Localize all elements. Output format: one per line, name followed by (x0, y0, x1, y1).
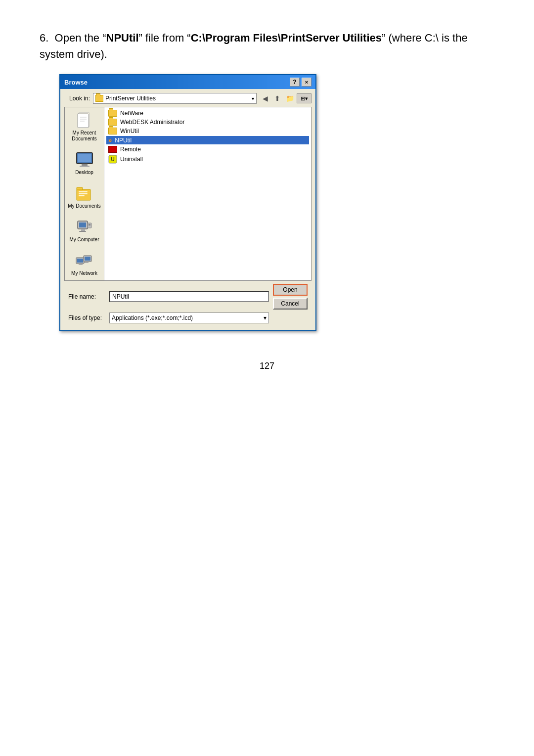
file-item-netware[interactable]: NetWare (106, 109, 309, 117)
action-buttons: Open Cancel (273, 284, 308, 310)
instruction-text-before: Open the “ (55, 32, 106, 44)
sidebar-item-recent-documents[interactable]: My RecentDocuments (67, 110, 102, 143)
file-list: NetWare WebDESK Administrator WinUtil » … (104, 107, 311, 280)
page-content: 6. Open the “NPUtil” file from “C:\Progr… (0, 0, 534, 401)
instruction-text-middle: ” file from “ (139, 32, 191, 44)
sidebar-label-mynetwork: My Network (71, 270, 97, 276)
file-item-winutil[interactable]: WinUtil (106, 127, 309, 135)
svg-rect-27 (85, 262, 89, 263)
toolbar-row: Look in: PrintServer Utilities ▾ ◀ ⬆ 📁 ⊞… (64, 93, 312, 104)
svg-rect-12 (79, 193, 88, 194)
filetype-value: Applications (*.exe;*.com;*.icd) (112, 314, 193, 321)
instruction-text: 6. Open the “NPUtil” file from “C:\Progr… (40, 30, 494, 62)
toolbar-buttons: ◀ ⬆ 📁 ⊞▾ (260, 93, 312, 103)
filetype-dropdown[interactable]: Applications (*.exe;*.com;*.icd) ▾ (109, 312, 269, 323)
sidebar-label-mycomputer: My Computer (69, 237, 99, 243)
nputil-arrows-icon: » (108, 136, 112, 144)
new-folder-button[interactable]: 📁 (284, 93, 295, 103)
file-name-winutil: WinUtil (120, 128, 139, 134)
my-documents-icon (76, 184, 93, 202)
lookin-dropdown[interactable]: PrintServer Utilities ▾ (93, 93, 257, 104)
open-button[interactable]: Open (273, 284, 308, 296)
help-button[interactable]: ? (290, 78, 300, 87)
nav-back-button[interactable]: ◀ (260, 93, 270, 103)
file-name-bold: NPUtil (106, 32, 139, 44)
svg-rect-1 (78, 114, 89, 128)
svg-text:U: U (111, 157, 114, 162)
view-button[interactable]: ⊞▾ (297, 93, 312, 103)
file-name-netware: NetWare (120, 110, 143, 117)
sidebar: My RecentDocuments Desktop (65, 107, 104, 280)
svg-rect-22 (77, 259, 83, 263)
path-bold: C:\Program Files\PrintServer Utilities (191, 32, 382, 44)
lookin-value: PrintServer Utilities (105, 95, 250, 102)
folder-icon-webdesk (108, 119, 117, 126)
filename-label: File name: (68, 293, 105, 300)
dropdown-arrow-icon: ▾ (252, 96, 254, 101)
filename-value: NPUtil (112, 293, 129, 300)
svg-rect-17 (79, 231, 86, 232)
svg-rect-16 (81, 229, 85, 231)
remote-icon (108, 146, 117, 153)
my-computer-icon (76, 218, 93, 236)
nav-up-button[interactable]: ⬆ (272, 93, 283, 103)
dialog-body: Look in: PrintServer Utilities ▾ ◀ ⬆ 📁 ⊞… (60, 89, 315, 330)
recent-documents-icon (76, 111, 93, 129)
svg-rect-7 (82, 164, 88, 166)
svg-rect-20 (89, 225, 90, 226)
sidebar-item-desktop[interactable]: Desktop (67, 150, 102, 177)
sidebar-item-my-documents[interactable]: My Documents (67, 183, 102, 210)
instruction-number: 6. (40, 32, 48, 44)
folder-icon-netware (108, 110, 117, 117)
file-name-webdesk: WebDESK Administrator (120, 119, 185, 126)
filetype-label: Files of type: (68, 314, 105, 321)
sidebar-item-my-network[interactable]: My Network (67, 251, 102, 277)
file-name-uninstall: Uninstall (120, 156, 143, 163)
file-item-nputil-selected[interactable]: » NPUtil (106, 136, 309, 144)
desktop-icon (76, 151, 93, 169)
sidebar-item-my-computer[interactable]: My Computer (67, 217, 102, 244)
dialog-titlebar: Browse ? × (60, 75, 315, 89)
file-item-remote[interactable]: Remote (106, 145, 309, 153)
filename-row: File name: NPUtil Open Cancel (68, 284, 308, 310)
sidebar-label-desktop: Desktop (75, 170, 93, 176)
file-item-uninstall[interactable]: U Uninstall (106, 154, 309, 164)
folder-icon-winutil (108, 128, 117, 134)
browse-dialog: Browse ? × Look in: PrintServer Utilitie… (59, 74, 316, 331)
sidebar-label-mydocs: My Documents (68, 203, 101, 209)
svg-rect-9 (77, 189, 90, 200)
svg-rect-10 (77, 187, 83, 190)
close-button[interactable]: × (302, 78, 312, 87)
svg-rect-26 (79, 264, 83, 265)
svg-rect-19 (89, 224, 90, 225)
svg-rect-15 (79, 222, 86, 227)
main-area: My RecentDocuments Desktop (64, 107, 312, 281)
sidebar-label-recent: My RecentDocuments (72, 130, 97, 142)
uninstall-icon: U (108, 155, 117, 164)
svg-rect-13 (79, 195, 85, 196)
my-network-icon (76, 252, 93, 269)
svg-rect-8 (80, 166, 89, 167)
lookin-label: Look in: (64, 95, 90, 102)
file-name-nputil: NPUtil (115, 137, 132, 144)
svg-rect-24 (85, 257, 90, 261)
file-item-webdesk[interactable]: WebDESK Administrator (106, 118, 309, 126)
bottom-section: File name: NPUtil Open Cancel Files of t… (64, 281, 312, 326)
svg-rect-6 (78, 154, 91, 162)
dialog-controls: ? × (290, 78, 312, 87)
filetype-row: Files of type: Applications (*.exe;*.com… (68, 312, 308, 323)
dialog-title: Browse (64, 79, 88, 86)
file-name-remote: Remote (120, 146, 141, 153)
cancel-button[interactable]: Cancel (273, 298, 308, 310)
page-number: 127 (40, 361, 494, 371)
filename-input[interactable]: NPUtil (109, 291, 269, 302)
folder-icon (95, 95, 103, 102)
svg-rect-11 (79, 191, 88, 192)
filetype-dropdown-arrow-icon: ▾ (264, 314, 267, 321)
